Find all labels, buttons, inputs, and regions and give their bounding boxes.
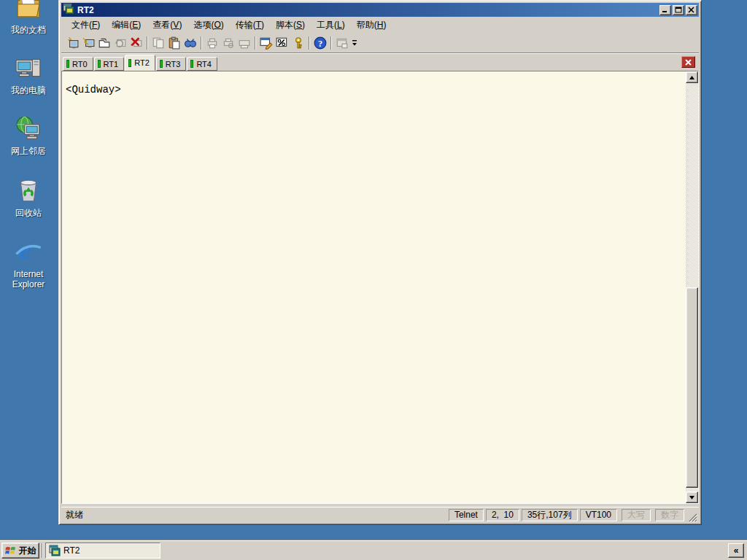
securecrt-window: RT2 文件(F) 编辑(E) 查看(V) 选项(O) 传输(T) 脚本(S) … bbox=[58, 0, 702, 525]
tab-rt0[interactable]: RT0 bbox=[63, 57, 93, 71]
menubar: 文件(F) 编辑(E) 查看(V) 选项(O) 传输(T) 脚本(S) 工具(L… bbox=[61, 18, 699, 33]
desktop-icon-internet-explorer[interactable]: e Internet Explorer bbox=[0, 236, 57, 289]
toolbar-separator bbox=[201, 36, 202, 50]
key-agent-icon[interactable] bbox=[290, 35, 306, 51]
help-icon[interactable]: ? bbox=[312, 35, 328, 51]
task-label: RT2 bbox=[63, 545, 80, 556]
disconnect-icon[interactable] bbox=[128, 35, 144, 51]
connect-in-tab-icon[interactable] bbox=[96, 35, 112, 51]
status-caps-lock: 大写 bbox=[622, 509, 651, 521]
start-label: 开始 bbox=[19, 545, 36, 557]
svg-text:?: ? bbox=[318, 38, 322, 48]
connect-bar-icon[interactable] bbox=[334, 35, 350, 51]
statusbar: 就绪 Telnet 2, 10 35行,107列 VT100 大写 数字 bbox=[61, 507, 699, 522]
toolbar-separator bbox=[309, 36, 310, 50]
toolbar: ? bbox=[61, 33, 699, 53]
network-places-icon bbox=[0, 114, 57, 144]
minimize-button[interactable] bbox=[659, 5, 671, 15]
connected-indicator bbox=[190, 60, 193, 68]
paste-icon[interactable] bbox=[166, 35, 182, 51]
toolbar-separator bbox=[147, 36, 148, 50]
toolbar-separator bbox=[330, 36, 332, 50]
maximize-button[interactable] bbox=[673, 5, 684, 15]
menu-file[interactable]: 文件(F) bbox=[66, 18, 106, 33]
find-icon[interactable] bbox=[182, 35, 198, 51]
tab-rt2[interactable]: RT2 bbox=[125, 55, 155, 71]
scroll-up-icon[interactable] bbox=[686, 71, 698, 83]
desktop-icon-label: 我的电脑 bbox=[0, 85, 57, 96]
desktop-icon-label: 我的文档 bbox=[0, 25, 57, 35]
connected-indicator bbox=[160, 60, 163, 68]
status-terminal-size: 35行,107列 bbox=[522, 509, 578, 521]
scrollbar-thumb[interactable] bbox=[686, 287, 698, 488]
copy-icon[interactable] bbox=[150, 35, 166, 51]
tab-rt3[interactable]: RT3 bbox=[156, 57, 187, 71]
tab-rt1[interactable]: RT1 bbox=[94, 57, 125, 71]
menu-options[interactable]: 选项(O) bbox=[187, 18, 229, 33]
status-emulation: VT100 bbox=[580, 509, 617, 521]
window-title: RT2 bbox=[77, 5, 658, 15]
session-options-icon[interactable] bbox=[258, 35, 274, 51]
menu-script[interactable]: 脚本(S) bbox=[270, 18, 311, 33]
terminal-prompt: <Quidway> bbox=[66, 84, 121, 96]
scroll-down-icon[interactable] bbox=[686, 491, 698, 503]
terminal-screen[interactable]: <Quidway> bbox=[62, 71, 686, 503]
menu-transfer[interactable]: 传输(T) bbox=[230, 18, 270, 33]
desktop-icon-my-documents[interactable]: 我的文档 bbox=[0, 0, 57, 35]
quick-connect-icon[interactable] bbox=[64, 35, 80, 51]
tab-close-icon[interactable] bbox=[681, 56, 695, 68]
taskbar: 开始 RT2 « bbox=[0, 540, 747, 560]
reconnect-icon[interactable] bbox=[112, 35, 128, 51]
print-preview-icon[interactable] bbox=[220, 35, 236, 51]
desktop-icon-label: 网上邻居 bbox=[0, 146, 57, 156]
status-protocol: Telnet bbox=[449, 509, 484, 521]
toolbar-separator bbox=[255, 36, 256, 50]
connect-icon[interactable] bbox=[80, 35, 96, 51]
status-ready: 就绪 bbox=[63, 509, 446, 521]
taskbar-divider bbox=[42, 543, 43, 558]
taskbar-window-button[interactable]: RT2 bbox=[45, 542, 160, 559]
titlebar[interactable]: RT2 bbox=[61, 3, 699, 17]
menu-view[interactable]: 查看(V) bbox=[147, 18, 187, 33]
print-icon[interactable] bbox=[204, 35, 220, 51]
desktop: 我的文档 我的电脑 bbox=[0, 0, 747, 560]
menu-edit[interactable]: 编辑(E) bbox=[106, 18, 147, 33]
start-button[interactable]: 开始 bbox=[1, 542, 39, 559]
connected-indicator bbox=[66, 60, 69, 68]
windows-logo-icon bbox=[5, 545, 17, 556]
desktop-icon-my-computer[interactable]: 我的电脑 bbox=[0, 54, 57, 96]
recycle-bin-icon bbox=[0, 176, 57, 206]
menu-tools[interactable]: 工具(L) bbox=[311, 18, 351, 33]
terminal-area: <Quidway> bbox=[61, 71, 699, 504]
keymap-editor-icon[interactable] bbox=[274, 35, 290, 51]
status-cursor-position: 2, 10 bbox=[486, 509, 519, 521]
desktop-icon-label: 回收站 bbox=[0, 208, 57, 218]
vertical-scrollbar[interactable] bbox=[686, 71, 698, 503]
desktop-icon-network-places[interactable]: 网上邻居 bbox=[0, 114, 57, 156]
session-tab-bar: RT0 RT1 RT2 RT3 RT4 bbox=[61, 54, 699, 71]
resize-grip[interactable] bbox=[687, 512, 697, 522]
internet-explorer-icon: e bbox=[0, 236, 57, 268]
close-button[interactable] bbox=[686, 5, 697, 15]
connected-indicator bbox=[128, 59, 131, 67]
status-num-lock: 数字 bbox=[655, 509, 684, 521]
desktop-icon-recycle-bin[interactable]: 回收站 bbox=[0, 176, 57, 218]
app-icon bbox=[49, 545, 61, 556]
my-documents-icon bbox=[0, 0, 57, 23]
menu-help[interactable]: 帮助(H) bbox=[351, 18, 392, 33]
my-computer-icon bbox=[0, 54, 57, 84]
toolbar-overflow-icon[interactable] bbox=[350, 35, 360, 51]
desktop-icon-label: Internet Explorer bbox=[0, 269, 57, 289]
print-setup-icon[interactable] bbox=[236, 35, 252, 51]
connected-indicator bbox=[98, 60, 101, 68]
tab-rt4[interactable]: RT4 bbox=[187, 57, 217, 71]
app-icon bbox=[63, 3, 74, 17]
tray-collapse-button[interactable]: « bbox=[728, 543, 744, 558]
